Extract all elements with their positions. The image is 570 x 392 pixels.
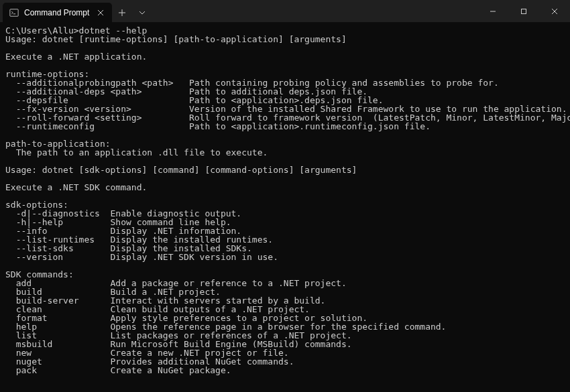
tab-title: Command Prompt [24,8,89,17]
minimize-button[interactable] [477,0,508,22]
window-controls [477,0,570,22]
tab-command-prompt[interactable]: Command Prompt [3,3,112,22]
tab-dropdown-button[interactable] [132,3,152,22]
titlebar: Command Prompt [0,0,570,22]
maximize-button[interactable] [508,0,539,22]
tab-bar: Command Prompt [0,0,477,22]
tab-close-button[interactable] [95,7,107,19]
close-button[interactable] [539,0,570,22]
svg-rect-0 [10,9,18,16]
new-tab-button[interactable] [112,3,132,22]
svg-rect-1 [522,9,526,13]
terminal-output[interactable]: C:\Users\Allu>dotnet --help Usage: dotne… [0,22,570,380]
terminal-icon [9,8,19,17]
